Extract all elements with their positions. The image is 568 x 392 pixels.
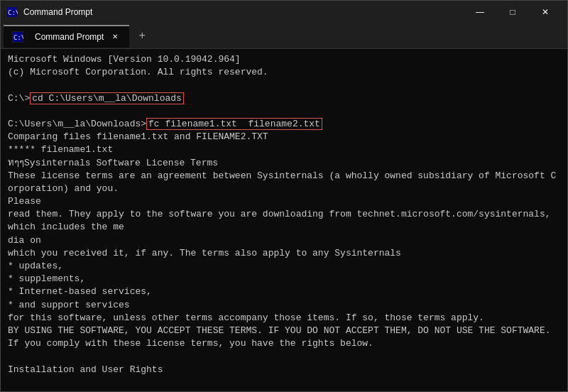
tab-cmd-icon: C:\	[12, 31, 23, 43]
line-supplements: * supplements,	[8, 273, 560, 285]
line-1: Microsoft Windows [Version 10.0.19042.96…	[8, 53, 560, 66]
line-3	[8, 79, 560, 92]
svg-text:C:\: C:\	[13, 34, 23, 41]
svg-text:C:\: C:\	[8, 9, 18, 16]
line-dia: dia on	[8, 234, 560, 247]
tab-command-prompt[interactable]: C:\ Command Prompt ✕	[4, 25, 129, 48]
line-cd-command: C:\>cd C:\Users\m__la\Downloads	[8, 92, 560, 105]
command-prompt-window: C:\ Command Prompt — □ ✕ C:\ Command Pro…	[0, 0, 568, 392]
line-2: (c) Microsoft Corporation. All rights re…	[8, 66, 560, 79]
line-please: Please	[8, 195, 560, 208]
line-install-any: You may install and use any number of co…	[8, 389, 560, 391]
line-comply: If you comply with these license terms, …	[8, 337, 560, 350]
prompt-1: C:\>	[8, 93, 30, 104]
line-blank3	[8, 376, 560, 389]
window-controls: — □ ✕	[464, 1, 562, 23]
tab-close-button[interactable]: ✕	[109, 31, 121, 43]
maximize-button[interactable]: □	[496, 1, 529, 23]
window-title: Command Prompt	[23, 7, 464, 17]
line-sysinternals-header: ทๆๆSysinternals Software License Terms	[8, 157, 560, 170]
line-internet: * Internet-based services,	[8, 285, 560, 298]
tab-bar: C:\ Command Prompt ✕ +	[1, 23, 567, 49]
line-blank	[8, 105, 560, 118]
line-blank2	[8, 350, 560, 363]
line-installation: Installation and User Rights	[8, 364, 560, 376]
line-license-1: These license terms are an agreement bet…	[8, 170, 560, 195]
line-license-2: read them. They apply to the software yo…	[8, 208, 560, 234]
add-tab-button[interactable]: +	[131, 25, 153, 48]
line-stars1: ***** filename1.txt	[8, 143, 560, 156]
fc-command-highlight: fc filename1.txt filename2.txt	[146, 118, 322, 130]
line-byusing: BY USING THE SOFTWARE, YOU ACCEPT THESE …	[8, 325, 560, 337]
title-bar: C:\ Command Prompt — □ ✕	[1, 1, 567, 23]
minimize-button[interactable]: —	[464, 1, 496, 23]
line-comparing: Comparing files filename1.txt and FILENA…	[8, 131, 560, 143]
line-fc-command: C:\Users\m__la\Downloads>fc filename1.tx…	[8, 118, 560, 131]
cmd-icon: C:\	[6, 6, 18, 18]
close-button[interactable]: ✕	[529, 1, 562, 23]
terminal-output[interactable]: Microsoft Windows [Version 10.0.19042.96…	[1, 49, 567, 391]
line-license-4: for this software, unless other terms ac…	[8, 312, 560, 325]
line-support: * and support services	[8, 299, 560, 312]
line-updates: * updates,	[8, 260, 560, 273]
cd-command-highlight: cd C:\Users\m__la\Downloads	[30, 92, 184, 104]
tab-label: Command Prompt	[35, 32, 104, 42]
prompt-2: C:\Users\m__la\Downloads>	[8, 119, 146, 129]
line-license-3: which you received it, if any. The terms…	[8, 247, 560, 260]
